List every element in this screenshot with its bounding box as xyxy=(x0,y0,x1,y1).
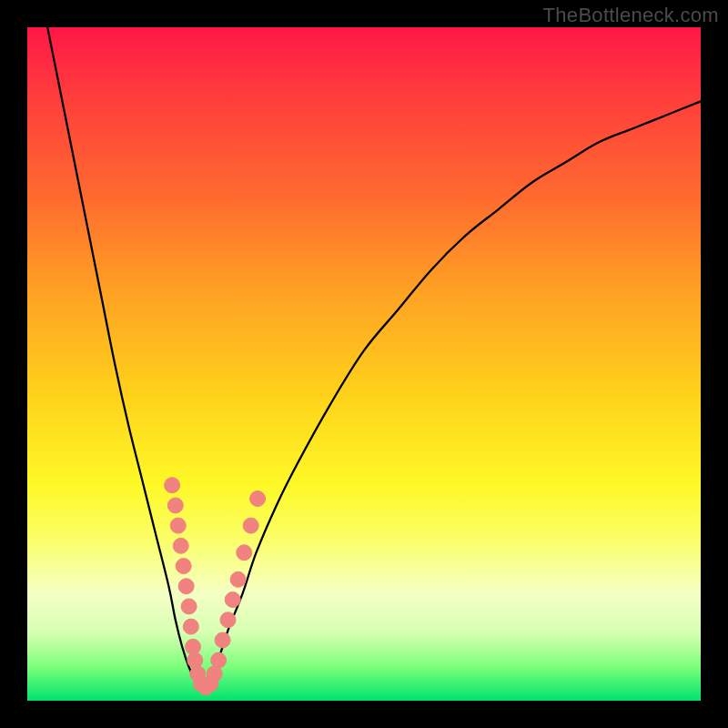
marker-point xyxy=(243,518,258,533)
marker-group xyxy=(165,478,266,695)
curve-overlay xyxy=(27,27,701,701)
curve-group xyxy=(47,27,701,687)
marker-point xyxy=(237,545,252,561)
marker-point xyxy=(211,652,227,668)
marker-point xyxy=(230,571,246,587)
marker-point xyxy=(178,579,194,594)
marker-point xyxy=(183,619,198,634)
marker-point xyxy=(165,478,180,493)
marker-point xyxy=(215,632,230,648)
plot-area xyxy=(27,27,701,701)
marker-point xyxy=(167,498,183,513)
watermark-text: TheBottleneck.com xyxy=(543,4,719,27)
marker-point xyxy=(176,559,191,574)
marker-point xyxy=(225,592,240,608)
chart-frame: TheBottleneck.com xyxy=(0,0,728,728)
marker-point xyxy=(187,652,203,668)
curve-right-curve xyxy=(202,101,701,687)
marker-point xyxy=(250,491,266,507)
marker-point xyxy=(181,599,197,614)
marker-point xyxy=(186,639,201,654)
marker-point xyxy=(170,518,186,533)
marker-point xyxy=(220,612,236,628)
marker-point xyxy=(173,538,188,553)
